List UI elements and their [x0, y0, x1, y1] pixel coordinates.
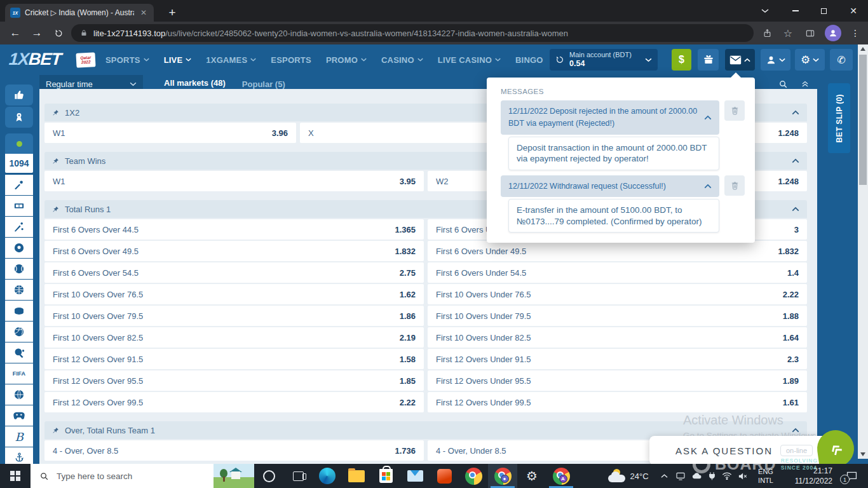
reload-icon[interactable] [50, 24, 67, 42]
odds-cell[interactable]: 4 - Over, Over 8.51.736 [44, 440, 424, 461]
sidebar-sport-soccer-ball[interactable] [5, 238, 33, 258]
account-box[interactable]: Main account (BDT) 0.54 [550, 49, 658, 71]
settings-taskbar-button[interactable]: ⚙ [517, 464, 546, 488]
page-scrollbar[interactable] [858, 44, 868, 459]
nav-item-live[interactable]: LIVE [164, 55, 192, 65]
tabstrip-chevron-icon[interactable] [750, 0, 780, 22]
site-logo[interactable]: 1XBET [8, 50, 62, 69]
account-chevron-icon[interactable] [645, 58, 652, 62]
window-maximize-button[interactable] [809, 0, 838, 22]
promo-gift-button[interactable] [698, 49, 719, 71]
scrollbar-up-arrow[interactable] [858, 44, 868, 53]
refresh-icon[interactable] [555, 55, 564, 64]
search-input[interactable] [55, 471, 189, 482]
store-button[interactable] [371, 464, 400, 488]
odds-cell[interactable]: First 12 Overs Over 99.52.22 [44, 392, 424, 412]
sidebar-medal-tile[interactable] [5, 107, 33, 128]
browser-menu-icon[interactable]: ⋮ [848, 24, 863, 42]
tray-expand-icon[interactable] [656, 464, 672, 488]
bookmark-star-icon[interactable]: ☆ [779, 24, 797, 42]
sidebar-sport-cricket[interactable] [5, 175, 33, 195]
chrome-button[interactable] [459, 464, 488, 488]
message-header[interactable]: 12/11/2022 Withdrawal request (Successfu… [501, 175, 719, 198]
window-minimize-button[interactable] [781, 0, 810, 22]
taskbar-search[interactable] [31, 464, 254, 488]
action-center-button[interactable]: 1 [835, 464, 868, 488]
start-button[interactable] [0, 464, 31, 488]
nav-item-esports[interactable]: ESPORTS [271, 55, 311, 65]
back-icon[interactable]: ← [6, 24, 24, 42]
odds-cell[interactable]: First 10 Overs Over 82.52.19 [44, 327, 424, 348]
odds-cell[interactable]: First 12 Overs Under 91.52.3 [428, 349, 807, 369]
share-icon[interactable] [758, 24, 776, 42]
sidebar-sport-stadium[interactable] [5, 196, 33, 216]
weather-widget[interactable]: 24°C [600, 464, 656, 488]
odds-cell[interactable]: First 6 Overs Under 54.51.4 [428, 262, 807, 283]
message-header[interactable]: 12/11/2022 Deposit rejected in the amoun… [501, 100, 719, 135]
window-close-button[interactable]: ✕ [839, 0, 868, 22]
sidebar-live-tile[interactable] [5, 133, 33, 154]
pin-icon[interactable] [52, 206, 59, 213]
odds-cell[interactable]: First 6 Overs Over 49.51.832 [44, 241, 424, 261]
market-search-icon[interactable] [778, 79, 788, 89]
sidebar-sport-betgames[interactable]: B [5, 426, 33, 447]
odds-cell[interactable]: First 10 Overs Under 79.51.88 [428, 306, 807, 326]
collapse-all-icon[interactable] [801, 79, 810, 88]
sidebar-sport-tennis-ball[interactable] [5, 259, 33, 279]
forward-icon[interactable]: → [28, 24, 46, 42]
collapse-message-icon[interactable] [704, 184, 712, 189]
task-view-button[interactable] [283, 464, 313, 488]
bet-slip-tab[interactable]: BET SLIP (0) [828, 83, 850, 153]
odds-cell[interactable]: First 6 Overs Under 49.51.832 [428, 241, 807, 261]
display-icon[interactable] [675, 471, 686, 480]
edge-button[interactable] [313, 464, 342, 488]
live-chat-button[interactable] [815, 428, 857, 470]
nav-item-1xgames[interactable]: 1XGAMES [206, 55, 256, 65]
office-button[interactable] [430, 464, 459, 488]
nav-item-casino[interactable]: CASINO [381, 55, 423, 65]
pin-icon[interactable] [52, 158, 59, 165]
sidebar-sport-hockey-puck[interactable] [5, 301, 33, 321]
odds-cell[interactable]: First 10 Overs Over 79.51.86 [44, 306, 424, 326]
collapse-section-icon[interactable] [792, 110, 799, 115]
sidebar-sport-gamepad[interactable] [5, 405, 33, 426]
scrollbar-down-arrow[interactable] [858, 450, 868, 459]
odds-cell[interactable]: W13.95 [44, 171, 424, 191]
profile-button[interactable] [761, 49, 790, 71]
live-events-counter[interactable]: 1094 [5, 154, 33, 173]
odds-cell[interactable]: First 10 Overs Under 76.52.22 [428, 284, 807, 304]
scrollbar-thumb[interactable] [859, 55, 867, 185]
phone-support-button[interactable]: ✆ [830, 49, 853, 71]
odds-cell[interactable]: First 12 Overs Over 91.51.58 [44, 349, 424, 369]
odds-cell[interactable]: First 10 Overs Over 76.51.62 [44, 284, 424, 304]
nav-item-promo[interactable]: PROMO [326, 55, 367, 65]
browser-profile-avatar[interactable] [825, 25, 841, 41]
file-explorer-button[interactable] [342, 464, 371, 488]
sidebar-sport-table-tennis[interactable] [5, 342, 33, 363]
new-tab-button[interactable]: + [164, 5, 180, 20]
nav-item-sports[interactable]: SPORTS [105, 55, 149, 65]
mail-button[interactable] [400, 464, 430, 488]
browser-tab[interactable]: 1X Cricket ▷ India (Women) - Austra ✕ [5, 4, 154, 22]
odds-cell[interactable]: First 10 Overs Under 82.51.64 [428, 327, 807, 348]
odds-cell[interactable]: W13.96 [44, 123, 296, 143]
odds-cell[interactable]: First 12 Overs Over 95.51.85 [44, 370, 424, 391]
messages-button[interactable] [725, 49, 755, 71]
odds-cell[interactable]: First 6 Overs Over 54.52.75 [44, 262, 424, 283]
odds-cell[interactable]: First 6 Overs Over 44.51.365 [44, 219, 424, 240]
deposit-button[interactable]: $ [672, 49, 691, 71]
odds-cell[interactable]: First 12 Overs Under 95.51.89 [428, 370, 807, 391]
odds-cell[interactable]: First 12 Overs Under 99.51.61 [428, 392, 807, 412]
collapse-section-icon[interactable] [792, 207, 799, 212]
pin-icon[interactable] [52, 109, 59, 116]
side-panel-icon[interactable] [801, 24, 819, 42]
sidebar-sport-basketball[interactable] [5, 280, 33, 300]
nav-item-bingo[interactable]: BINGO [515, 55, 543, 65]
delete-message-button[interactable] [724, 100, 745, 121]
tab-close-icon[interactable]: ✕ [139, 8, 149, 18]
chrome-profile-a-button[interactable]: A [546, 464, 576, 488]
settings-button[interactable]: ⚙ [795, 49, 825, 71]
cortana-button[interactable] [254, 464, 283, 488]
chrome-active-button[interactable]: ● [488, 464, 517, 488]
delete-message-button[interactable] [724, 175, 745, 196]
